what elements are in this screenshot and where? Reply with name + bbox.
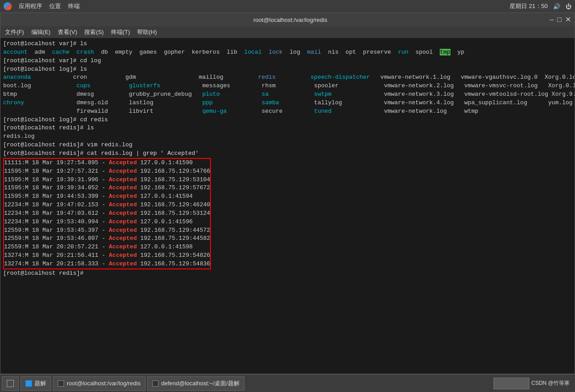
window-title: root@localhost:/var/log/redis (31, 17, 549, 23)
power-icon: ⏻ (566, 3, 571, 10)
log-line-4: 11595:M 18 Mar 19:39:34.052 - Accepted 1… (4, 184, 210, 192)
location-menu[interactable]: 位置 (49, 2, 61, 10)
window-controls: – □ ✕ (549, 16, 571, 23)
taskbar-search-input[interactable] (493, 378, 529, 389)
ls-log-row3: btmp dmesg grubby_prune_debug pluto sa s… (3, 90, 572, 99)
defend-term-icon (152, 380, 159, 387)
log-line-13: 13274:M 18 Mar 20:21:58.333 - Accepted 1… (4, 260, 210, 268)
prompt-grep: [root@localhost redis]# cat redis.log | … (3, 149, 572, 158)
system-bar-left: 应用程序 位置 终端 (4, 2, 80, 10)
tijie-icon (26, 380, 32, 387)
ls-log-row1: anaconda cron gdm maillog redis speech-d… (3, 73, 572, 82)
accepted-log-block: 11111:M 18 Mar 19:27:54.895 - Accepted 1… (3, 158, 211, 269)
defend-label: defend@localhost:~/桌面/题解 (161, 379, 240, 388)
redis-term-icon (58, 380, 64, 387)
log-line-10: 12559:M 18 Mar 19:53:46.807 - Accepted 1… (4, 234, 210, 243)
minimize-button[interactable]: – (549, 16, 554, 23)
log-line-12: 13274:M 18 Mar 20:21:56.411 - Accepted 1… (4, 251, 210, 260)
log-line-6: 12234:M 18 Mar 19:47:02.153 - Accepted 1… (4, 201, 210, 209)
terminal-window: root@localhost:/var/log/redis – □ ✕ 文件(F… (0, 13, 575, 374)
prompt-ls-log: [root@localhost log]# ls (3, 65, 572, 74)
ls-var-output: account adm cache crash db empty games g… (3, 48, 572, 57)
log-line-11: 12559:M 18 Mar 20:20:57.221 - Accepted 1… (4, 243, 210, 251)
menu-view[interactable]: 查看(V) (55, 27, 80, 37)
terminal-output[interactable]: [root@localhost var]# ls account adm cac… (0, 38, 575, 374)
log-line-2: 11595:M 18 Mar 19:27:57.321 - Accepted 1… (4, 167, 210, 176)
final-prompt: [root@localhost redis]# (3, 269, 572, 278)
close-button[interactable]: ✕ (565, 16, 571, 23)
terminal-menu[interactable]: 终端 (68, 2, 80, 10)
taskbar: 题解 root@localhost:/var/log/redis defend@… (0, 374, 575, 392)
prompt-vim: [root@localhost redis]# vim redis.log (3, 141, 572, 149)
prompt-ls-redis: [root@localhost redis]# ls (3, 124, 572, 132)
log-line-3: 11595:M 18 Mar 19:39:31.996 - Accepted 1… (4, 176, 210, 184)
volume-icon: 🔊 (553, 3, 560, 10)
taskbar-btn-defend[interactable]: defend@localhost:~/桌面/题解 (147, 376, 245, 391)
taskbar-btn-workspace[interactable] (2, 376, 19, 391)
taskbar-btn-tijie[interactable]: 题解 (21, 376, 51, 391)
ls-log-row5: firewalld libvirt qemu-ga secure tuned v… (3, 107, 572, 116)
csdn-label: CSDN @竹等寒 (531, 379, 573, 387)
log-line-1: 11111:M 18 Mar 19:27:54.895 - Accepted 1… (4, 159, 210, 167)
workspace-icon (7, 380, 14, 387)
log-line-9: 12559:M 18 Mar 19:53:45.397 - Accepted 1… (4, 226, 210, 235)
app-menu[interactable]: 应用程序 (19, 2, 42, 10)
title-bar: root@localhost:/var/log/redis – □ ✕ (0, 13, 575, 26)
prompt-cd-log: [root@localhost var]# cd log (3, 57, 572, 65)
ls-log-row2: boot.log cups glusterfs messages rhsm sp… (3, 82, 572, 90)
prompt-cd-redis: [root@localhost log]# cd redis (3, 116, 572, 124)
menu-help[interactable]: 帮助(H) (134, 27, 159, 37)
clock: 星期日 21：50 (510, 2, 548, 10)
log-line-7: 12234:M 18 Mar 19:47:03.612 - Accepted 1… (4, 209, 210, 218)
system-bar-right: 星期日 21：50 🔊 ⏻ (510, 2, 571, 10)
prompt-ls-var: [root@localhost var]# ls (3, 40, 572, 48)
menu-search[interactable]: 搜索(S) (82, 27, 106, 37)
tijie-label: 题解 (34, 379, 46, 388)
menu-edit[interactable]: 编辑(E) (29, 27, 53, 37)
maximize-button[interactable]: □ (557, 16, 562, 23)
redis-label: root@localhost:/var/log/redis (67, 380, 141, 387)
taskbar-btn-redis[interactable]: root@localhost:/var/log/redis (53, 376, 146, 391)
log-line-8: 12234:M 18 Mar 19:53:40.994 - Accepted 1… (4, 218, 210, 226)
menu-bar: 文件(F) 编辑(E) 查看(V) 搜索(S) 终端(T) 帮助(H) (0, 26, 575, 38)
log-line-5: 11595:M 18 Mar 19:44:53.399 - Accepted 1… (4, 192, 210, 201)
ls-redis-output: redis.log (3, 132, 572, 141)
app-icon (4, 2, 12, 10)
ls-log-row4: chrony dmesg.old lastlog ppp samba tally… (3, 99, 572, 107)
menu-terminal[interactable]: 终端(T) (108, 27, 133, 37)
menu-file[interactable]: 文件(F) (2, 27, 27, 37)
system-bar: 应用程序 位置 终端 星期日 21：50 🔊 ⏻ (0, 0, 575, 13)
